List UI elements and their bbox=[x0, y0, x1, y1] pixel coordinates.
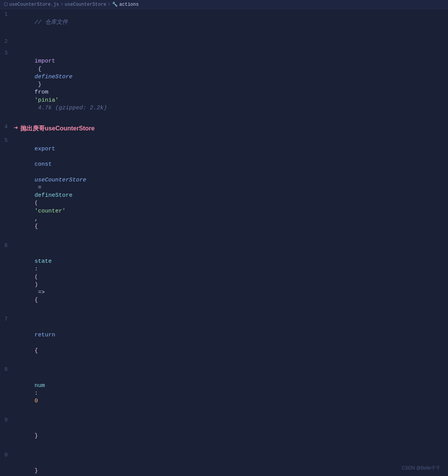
token-import: import bbox=[35, 58, 55, 64]
arrow-icon: ➜ bbox=[14, 124, 18, 133]
watermark: CSDN @Belle千千 bbox=[402, 465, 440, 471]
line-num-9: 9 bbox=[0, 415, 12, 423]
breadcrumb-icon-2: 🔧 bbox=[112, 2, 118, 7]
line-num-8: 8 bbox=[0, 364, 12, 372]
code-line-9: 9 } bbox=[0, 415, 448, 450]
code-line-7: 7 return { bbox=[0, 314, 448, 365]
token-const: const bbox=[35, 161, 52, 168]
code-editor: 1 // 仓库文件 2 3 import { defineStore } fro… bbox=[0, 9, 448, 476]
token-return: return bbox=[35, 332, 55, 338]
code-line-3: 3 import { defineStore } from 'pinia' 4.… bbox=[0, 48, 448, 122]
token-state: state bbox=[35, 258, 52, 265]
token-brace-open: { bbox=[35, 66, 45, 72]
breadcrumb-item-2[interactable]: useCounterStore bbox=[65, 2, 106, 7]
line-num-7: 7 bbox=[0, 314, 12, 322]
token-definestore-call: defineStore bbox=[35, 192, 72, 199]
token-export: export bbox=[35, 146, 55, 152]
token-brace-close: } bbox=[35, 81, 45, 88]
line-content-9: } bbox=[12, 415, 448, 450]
line-content-8: num : 0 bbox=[12, 364, 448, 415]
line-content-4: ➜ 抛出庚哥useCounterStore bbox=[12, 122, 448, 135]
line-content-6: state : ( ) => { bbox=[12, 240, 448, 314]
code-line-2: 2 bbox=[0, 36, 448, 48]
comment-title: // 仓库文件 bbox=[35, 19, 68, 26]
token-size: 4.7k (gzipped: 2.2k) bbox=[35, 105, 107, 111]
annotation-text: 抛出庚哥useCounterStore bbox=[20, 124, 95, 133]
sep-1: > bbox=[61, 2, 63, 7]
line-content-1: // 仓库文件 bbox=[12, 9, 448, 36]
breadcrumb-icon: ⬡ bbox=[4, 2, 8, 7]
token-paren-open: ( bbox=[35, 200, 38, 206]
line-num-1: 1 bbox=[0, 9, 12, 17]
line-content-5: export const useCounterStore = defineSto… bbox=[12, 135, 448, 240]
line-num-5: 5 bbox=[0, 135, 12, 143]
code-line-4: 4 ➜ 抛出庚哥useCounterStore bbox=[0, 122, 448, 135]
code-line-6: 6 state : ( ) => { bbox=[0, 240, 448, 314]
breadcrumb-item-3: actions bbox=[119, 2, 138, 7]
token-num-prop: num bbox=[35, 382, 45, 389]
code-line-5: 5 export const useCounterStore = defineS… bbox=[0, 135, 448, 240]
line-num-10: 0 bbox=[0, 450, 12, 458]
line-num-4: 4 bbox=[0, 122, 12, 130]
token-zero: 0 bbox=[35, 398, 38, 404]
breadcrumb-item-1[interactable]: useCounterStore.js bbox=[9, 2, 59, 7]
code-line-1: 1 // 仓库文件 bbox=[0, 9, 448, 36]
token-counter-str: 'counter' bbox=[35, 208, 66, 214]
line-content-10: } , bbox=[12, 450, 448, 476]
line-num-6: 6 bbox=[0, 240, 12, 249]
line-content-3: import { defineStore } from 'pinia' 4.7k… bbox=[12, 48, 448, 122]
code-line-8: 8 num : 0 bbox=[0, 364, 448, 415]
line-content-7: return { bbox=[12, 314, 448, 365]
breadcrumb: ⬡ useCounterStore.js > useCounterStore >… bbox=[0, 0, 448, 9]
token-obj-open: { bbox=[35, 223, 38, 230]
sep-2: > bbox=[108, 2, 110, 7]
token-from: from bbox=[35, 89, 52, 96]
code-line-10: 0 } , bbox=[0, 450, 448, 476]
line-num-2: 2 bbox=[0, 36, 12, 44]
line-content-2 bbox=[12, 36, 448, 48]
token-pinia: 'pinia' bbox=[35, 97, 59, 104]
token-usecounterstore: useCounterStore bbox=[35, 177, 86, 183]
token-definestore: defineStore bbox=[35, 74, 72, 80]
line-num-3: 3 bbox=[0, 48, 12, 56]
